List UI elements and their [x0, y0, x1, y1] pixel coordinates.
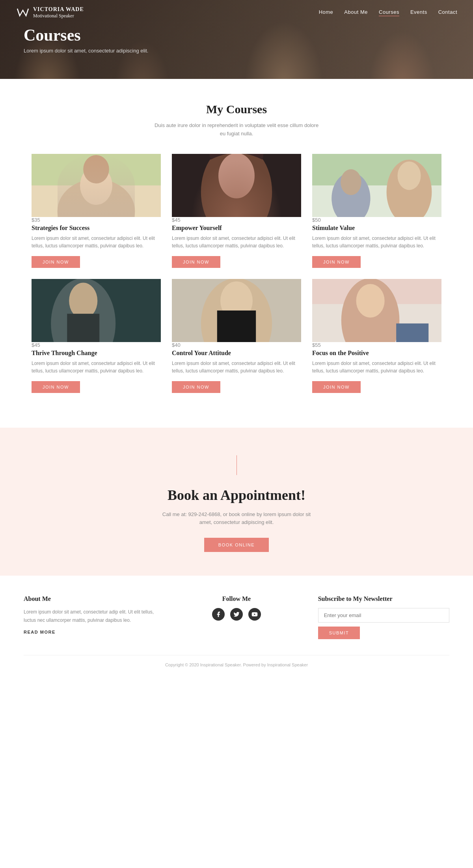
course-image-5 [172, 279, 301, 342]
course-name-4: Thrive Through Change [32, 350, 161, 357]
svg-point-7 [218, 154, 255, 198]
course-price-5: $40 [172, 342, 301, 348]
course-card-5: $40 Control Your Attitude Lorem ipsum do… [172, 279, 301, 393]
course-text-5: Lorem ipsum dolor sit amet, consectetur … [172, 360, 301, 375]
courses-section: My Courses Duis aute irure dolor in repr… [0, 79, 473, 420]
course-price-3: $50 [312, 217, 441, 223]
facebook-icon[interactable] [212, 608, 225, 621]
svg-point-25 [356, 284, 385, 318]
course-text-4: Lorem ipsum dolor sit amet, consectetur … [32, 360, 161, 375]
booking-section: Book an Appointment! Call me at: 929-242… [0, 428, 473, 576]
course-name-6: Focus on the Positive [312, 350, 441, 357]
svg-rect-1 [32, 185, 161, 217]
course-image-6 [312, 279, 441, 342]
read-more-link[interactable]: READ MORE [24, 630, 56, 634]
footer-follow-col: Follow Me [171, 595, 302, 639]
svg-rect-26 [396, 324, 428, 342]
newsletter-submit-button[interactable]: SUBMIT [318, 627, 360, 639]
course-card-3: $50 Stimulate Value Lorem ipsum dolor si… [312, 154, 441, 268]
svg-point-3 [80, 166, 112, 204]
join-button-3[interactable]: JOIN NOW [312, 256, 361, 268]
footer-grid: About Me Lorem ipsum dolor sit amet, con… [24, 595, 449, 639]
copyright-text: Copyright © 2020 Inspirational Speaker. … [24, 662, 449, 667]
course-text-3: Lorem ipsum dolor sit amet, consectetur … [312, 235, 441, 250]
hero-title: Courses [24, 26, 148, 45]
svg-rect-5 [172, 154, 301, 217]
svg-point-16 [69, 282, 97, 319]
course-image-2 [172, 154, 301, 217]
book-online-button[interactable]: BOOK ONLINE [204, 538, 269, 552]
booking-desc: Call me at: 929-242-6868, or book online… [162, 511, 311, 527]
svg-point-4 [83, 155, 109, 183]
course-price-2: $45 [172, 217, 301, 223]
footer-follow-title: Follow Me [171, 595, 302, 602]
course-image-3 [312, 154, 441, 217]
course-name-3: Stimulate Value [312, 224, 441, 232]
nav-contact[interactable]: Contact [438, 9, 457, 16]
hero-content: Courses Lorem ipsum dolor sit amet, cons… [0, 26, 172, 54]
footer-about-title: About Me [24, 595, 155, 602]
footer-newsletter-col: Subscribe to My Newsletter SUBMIT [318, 595, 449, 639]
svg-rect-21 [217, 311, 256, 342]
footer-about-text: Lorem ipsum dolor sit amet, consectetur … [24, 608, 155, 624]
join-button-1[interactable]: JOIN NOW [32, 256, 80, 268]
courses-grid: $35 Strategies for Success Lorem ipsum d… [32, 154, 441, 393]
svg-point-11 [397, 161, 421, 190]
course-card-4: $45 Thrive Through Change Lorem ipsum do… [32, 279, 161, 393]
booking-divider [236, 455, 237, 475]
course-name-5: Control Your Attitude [172, 350, 301, 357]
twitter-icon[interactable] [230, 608, 243, 621]
nav-home[interactable]: Home [319, 9, 333, 16]
course-image-4 [32, 279, 161, 342]
courses-title: My Courses [32, 103, 441, 116]
course-card-1: $35 Strategies for Success Lorem ipsum d… [32, 154, 161, 268]
youtube-icon[interactable] [248, 608, 261, 621]
nav-about[interactable]: About Me [344, 9, 368, 16]
svg-point-6 [201, 154, 272, 217]
join-button-4[interactable]: JOIN NOW [32, 381, 80, 393]
join-button-6[interactable]: JOIN NOW [312, 381, 361, 393]
course-card-6: $55 Focus on the Positive Lorem ipsum do… [312, 279, 441, 393]
booking-title: Book an Appointment! [16, 487, 457, 504]
svg-point-13 [341, 169, 361, 195]
logo-text: VICTORIA WADE Motivational Speaker [33, 6, 84, 19]
logo-icon [16, 6, 30, 20]
course-price-1: $35 [32, 217, 161, 223]
course-card-2: $45 Empower Yourself Lorem ipsum dolor s… [172, 154, 301, 268]
footer-newsletter-title: Subscribe to My Newsletter [318, 595, 449, 602]
course-text-6: Lorem ipsum dolor sit amet, consectetur … [312, 360, 441, 375]
nav-events[interactable]: Events [410, 9, 427, 16]
hero-subtitle: Lorem ipsum dolor sit amet, consectetur … [24, 48, 148, 54]
nav-links: Home About Me Courses Events Contact [319, 9, 457, 16]
course-name-2: Empower Yourself [172, 224, 301, 232]
join-button-2[interactable]: JOIN NOW [172, 256, 220, 268]
course-name-1: Strategies for Success [32, 224, 161, 232]
social-icons [171, 608, 302, 621]
courses-desc: Duis aute irure dolor in reprehenderit i… [154, 122, 319, 138]
footer-bottom: Copyright © 2020 Inspirational Speaker. … [24, 655, 449, 667]
course-image-1 [32, 154, 161, 217]
footer: About Me Lorem ipsum dolor sit amet, con… [0, 576, 473, 675]
navigation: VICTORIA WADE Motivational Speaker Home … [0, 0, 473, 25]
svg-point-2 [58, 179, 135, 217]
course-price-4: $45 [32, 342, 161, 348]
nav-courses[interactable]: Courses [379, 9, 399, 16]
course-text-1: Lorem ipsum dolor sit amet, consectetur … [32, 235, 161, 250]
course-price-6: $55 [312, 342, 441, 348]
newsletter-email-input[interactable] [318, 608, 449, 623]
svg-rect-17 [67, 314, 99, 342]
course-text-2: Lorem ipsum dolor sit amet, consectetur … [172, 235, 301, 250]
nav-logo[interactable]: VICTORIA WADE Motivational Speaker [16, 6, 84, 20]
footer-about-col: About Me Lorem ipsum dolor sit amet, con… [24, 595, 155, 639]
join-button-5[interactable]: JOIN NOW [172, 381, 220, 393]
